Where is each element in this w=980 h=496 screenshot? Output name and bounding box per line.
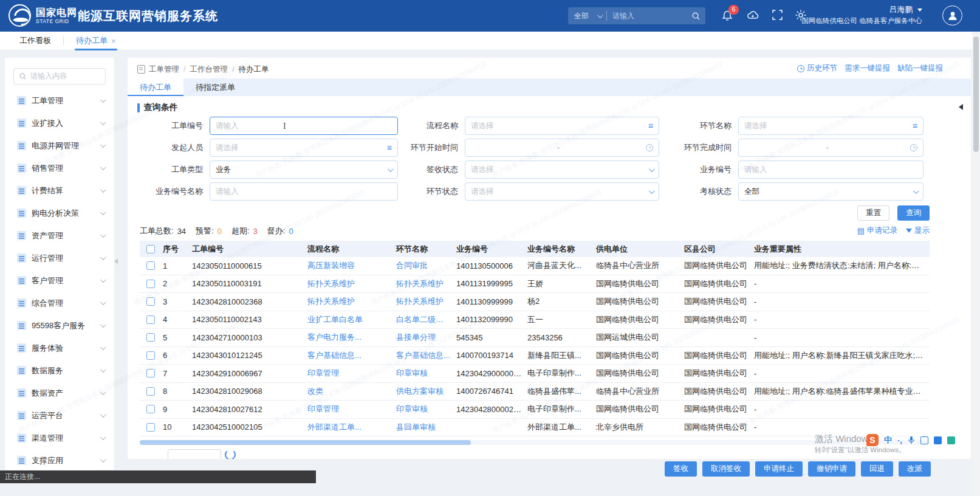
row-checkbox[interactable] (146, 423, 155, 432)
table-row[interactable]: 51423042710000103客户电力服务...县接单分理545345235… (140, 329, 930, 347)
table-cell-process[interactable]: 业扩工单白名单 (306, 314, 395, 325)
footer-action-button[interactable]: 撤销申请 (808, 461, 855, 477)
close-icon[interactable]: × (111, 36, 116, 46)
avatar[interactable] (942, 5, 962, 26)
user-name[interactable]: 吕海鹏 (889, 5, 913, 14)
field-date-input[interactable]: - (738, 139, 923, 157)
table-cell-step[interactable]: 供电方案审核 (395, 386, 455, 397)
sidebar-item[interactable]: 工单管理 (5, 89, 114, 112)
field-select-input[interactable]: 全部 (738, 182, 923, 201)
horizontal-scrollbar[interactable] (140, 440, 930, 445)
field-list-input[interactable]: 请选择≡ (210, 139, 398, 157)
row-checkbox[interactable] (146, 333, 155, 342)
toolbox-icon[interactable] (934, 436, 942, 444)
row-checkbox[interactable] (146, 261, 155, 270)
row-checkbox[interactable] (146, 387, 155, 396)
quick-link[interactable]: 缺陷一键提报 (897, 63, 943, 74)
query-collapse-icon[interactable] (959, 104, 963, 110)
search-icon[interactable] (691, 12, 701, 21)
table-cell-step[interactable]: 拓扑关系维护 (395, 296, 455, 307)
footer-action-button[interactable]: 改派 (899, 461, 931, 477)
table-cell-process[interactable]: 印章管理 (306, 368, 395, 379)
sidebar-search-input[interactable]: 请输入内容 (13, 68, 106, 84)
field-date-input[interactable]: - (465, 139, 659, 157)
table-cell-process[interactable]: 改类 (306, 386, 395, 397)
table-cell-process[interactable]: 外部渠道工单... (306, 422, 395, 433)
sidebar-item[interactable]: 数据服务 (5, 359, 114, 382)
sidebar-item[interactable]: 95598客户服务 (5, 314, 114, 337)
refresh-icon[interactable] (225, 449, 236, 459)
content-tab[interactable]: 待办工单 (128, 78, 183, 96)
field-text-input[interactable]: 请输入I (210, 117, 398, 135)
footer-action-button[interactable]: 申请终止 (755, 461, 803, 477)
sidebar-item[interactable]: 计费结算 (5, 179, 114, 202)
row-checkbox[interactable] (146, 280, 155, 288)
sidebar-item[interactable]: 购电分析决策 (5, 202, 114, 224)
row-checkbox[interactable] (146, 297, 155, 306)
table-row[interactable]: 21423050110003191拓扑关系维护拓扑关系维护14011319999… (140, 275, 930, 294)
field-select-input[interactable]: 业务 (210, 160, 398, 179)
grid-icon[interactable] (947, 436, 955, 444)
table-cell-process[interactable]: 拓扑关系维护 (306, 296, 395, 307)
user-block[interactable]: 吕海鹏 国网临猗供电公司 临猗县客户服务中心 (801, 4, 922, 26)
punctuation-icon[interactable]: ·, (897, 436, 902, 445)
field-list-input[interactable]: 请选择≡ (738, 117, 923, 135)
table-cell-step[interactable]: 白名单二级审批 (395, 314, 455, 325)
sidebar-item[interactable]: 销售管理 (5, 157, 114, 179)
quick-link[interactable]: 需求一键提报 (845, 63, 890, 74)
sidebar-item[interactable]: 运行管理 (5, 247, 114, 269)
table-row[interactable]: 31423042810002368拓扑关系维护拓扑关系维护14011309999… (140, 293, 930, 311)
vertical-scrollbar[interactable] (972, 32, 980, 496)
table-row[interactable]: 61423043010121245客户基础信息...客户基础信息...14007… (140, 347, 930, 365)
scrollbar-thumb[interactable] (140, 440, 471, 445)
footer-action-button[interactable]: 签收 (665, 461, 697, 477)
sogou-logo-icon[interactable]: S (866, 434, 879, 446)
row-checkbox[interactable] (146, 369, 155, 377)
sidebar-item[interactable]: 电源并网管理 (5, 134, 114, 157)
table-cell-process[interactable]: 高压新装增容 (306, 260, 395, 271)
sidebar-item[interactable]: 综合管理 (5, 292, 114, 314)
sidebar-item[interactable]: 数据资产 (5, 382, 114, 404)
search-button[interactable]: 查询 (897, 205, 930, 221)
table-cell-step[interactable]: 客户基础信息... (395, 350, 455, 361)
row-checkbox[interactable] (146, 351, 155, 360)
field-list-input[interactable]: 请选择≡ (465, 117, 659, 135)
sidebar-item[interactable]: 资产管理 (5, 224, 114, 247)
table-cell-step[interactable]: 县回单审核 (395, 422, 455, 433)
breadcrumb-item[interactable]: 工作台管理 (190, 65, 228, 74)
table-row[interactable]: 71423042910006967印章管理印章审核142304290000000… (140, 365, 930, 383)
table-cell-step[interactable]: 印章审核 (395, 404, 455, 415)
table-row[interactable]: 91423042810027612印章管理印章审核142304280000200… (140, 401, 930, 419)
table-cell-process[interactable]: 拓扑关系维护 (306, 278, 395, 289)
window-tab[interactable]: 工作看板 (12, 32, 58, 50)
table-row[interactable]: 101423042510002105外部渠道工单...县回单审核外部渠道工单..… (140, 419, 930, 437)
cloud-sync-icon[interactable] (746, 9, 759, 21)
display-link[interactable]: 显示 (906, 226, 930, 236)
select-all-checkbox[interactable] (146, 245, 155, 253)
table-cell-process[interactable]: 客户电力服务... (306, 332, 395, 343)
search-input[interactable]: 请输入 (607, 11, 691, 21)
field-select-input[interactable]: 请选择 (465, 160, 659, 179)
table-cell-process[interactable]: 印章管理 (306, 404, 395, 415)
chinese-mode-icon[interactable]: 中 (884, 435, 892, 446)
page-size-select[interactable] (168, 449, 221, 459)
search-scope-select[interactable]: 全部 (568, 11, 606, 21)
apply-record-link[interactable]: ▤ 申请记录 (857, 226, 897, 236)
breadcrumb-item[interactable]: 工单管理 (149, 65, 179, 74)
field-text-input[interactable]: 请输入 (210, 182, 398, 201)
table-cell-step[interactable]: 县接单分理 (395, 332, 455, 343)
sidebar-item[interactable]: 支撑应用 (5, 449, 114, 470)
row-checkbox[interactable] (146, 405, 155, 413)
row-checkbox[interactable] (146, 315, 155, 324)
footer-action-button[interactable]: 取消签收 (702, 461, 750, 477)
field-text-input[interactable]: 请输入 (738, 160, 923, 179)
window-tab[interactable]: 待办工单× (69, 32, 123, 50)
global-search[interactable]: 全部 请输入 (568, 7, 705, 24)
content-tab[interactable]: 待指定派单 (183, 78, 247, 96)
table-cell-step[interactable]: 拓扑关系维护 (395, 278, 455, 289)
table-row[interactable]: 81423042810029068改类供电方案审核1400726746741临猗… (140, 383, 930, 401)
table-cell-step[interactable]: 合同审批 (395, 260, 455, 271)
breadcrumb-item[interactable]: 待办工单 (238, 65, 269, 74)
reset-button[interactable]: 重置 (857, 205, 889, 221)
sidebar-item[interactable]: 服务体验 (5, 337, 114, 359)
